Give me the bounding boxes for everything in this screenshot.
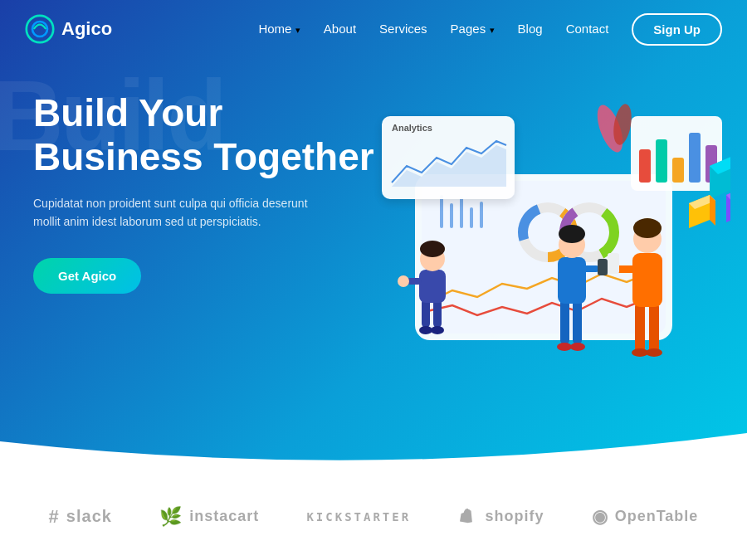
svg-rect-21 [672,158,684,183]
svg-point-46 [557,343,572,351]
nav-link-pages[interactable]: Pages [451,22,486,36]
nav-item-pages[interactable]: Pages [451,22,495,37]
nav-link-about[interactable]: About [324,22,356,36]
svg-rect-5 [450,203,453,228]
svg-rect-8 [480,202,483,228]
shopify-label: shopify [485,508,544,525]
nav-item-contact[interactable]: Contact [566,22,609,37]
hero-illustration-svg: Analytics [332,50,730,407]
shopify-icon [458,507,478,527]
nav-item-home[interactable]: Home [258,22,300,37]
hero-cta-button[interactable]: Get Agico [33,258,141,294]
svg-rect-57 [632,253,662,307]
nav-link-home[interactable]: Home [258,22,291,36]
svg-point-38 [431,326,444,334]
nav-item-services[interactable]: Services [379,22,427,37]
brand-slack: # slack [49,506,112,528]
brand-opentable: ◉ OpenTable [592,506,699,528]
nav-link-contact[interactable]: Contact [566,22,609,36]
svg-rect-51 [581,265,599,272]
instacart-icon: 🌿 [159,506,183,528]
svg-point-59 [633,218,662,238]
logo[interactable]: Agico [25,14,112,44]
logo-text: Agico [61,18,112,40]
svg-rect-53 [635,303,645,353]
svg-rect-22 [689,133,701,183]
svg-rect-35 [422,299,430,328]
brand-kickstarter: KICKSTARTER [306,510,411,523]
hero-curve [0,408,747,473]
nav-link-services[interactable]: Services [379,22,427,36]
nav-link-blog[interactable]: Blog [518,22,543,36]
svg-point-41 [420,241,445,257]
svg-point-43 [398,275,409,287]
svg-rect-54 [649,303,659,353]
instacart-label: instacart [189,508,259,525]
svg-rect-48 [558,257,586,304]
svg-rect-20 [656,139,667,183]
svg-rect-44 [560,299,569,344]
opentable-label: OpenTable [615,508,699,525]
opentable-icon: ◉ [592,506,608,528]
hero-title-line2: Business Together [33,135,374,178]
brand-instacart: 🌿 instacart [159,506,259,528]
hero-content: Build Your Business Together Cupidatat n… [33,91,374,294]
hero-section: Build Agico Home About Services Pages [0,0,747,473]
nav-links: Home About Services Pages Blog Contact [258,22,608,37]
logo-icon [25,14,55,44]
nav-item-about[interactable]: About [324,22,356,37]
svg-point-56 [646,348,662,357]
navbar: Agico Home About Services Pages Blog Con… [0,0,747,58]
svg-rect-61 [608,253,619,274]
svg-marker-31 [710,195,715,226]
hero-subtitle: Cupidatat non proident sunt culpa qui of… [33,194,315,231]
svg-rect-4 [440,195,443,228]
slack-label: slack [66,507,112,526]
svg-rect-52 [598,259,608,275]
svg-rect-39 [419,270,446,303]
signup-button[interactable]: Sign Up [632,13,722,46]
svg-point-47 [570,343,585,351]
nav-item-blog[interactable]: Blog [518,22,543,37]
svg-point-37 [419,326,432,334]
svg-text:Analytics: Analytics [392,123,432,133]
svg-rect-45 [573,299,582,344]
hero-illustration: Analytics [332,50,730,407]
svg-rect-6 [460,197,463,228]
svg-rect-7 [470,207,473,228]
brands-section: # slack 🌿 instacart KICKSTARTER shopify … [0,473,747,560]
svg-rect-19 [639,149,651,183]
kickstarter-label: KICKSTARTER [306,510,411,523]
svg-point-0 [27,16,53,42]
svg-rect-36 [433,299,442,328]
hero-title: Build Your Business Together [33,91,374,179]
hero-title-line1: Build Your [33,91,222,134]
brand-shopify: shopify [458,507,544,527]
slack-icon: # [49,506,60,528]
svg-point-50 [559,225,585,243]
